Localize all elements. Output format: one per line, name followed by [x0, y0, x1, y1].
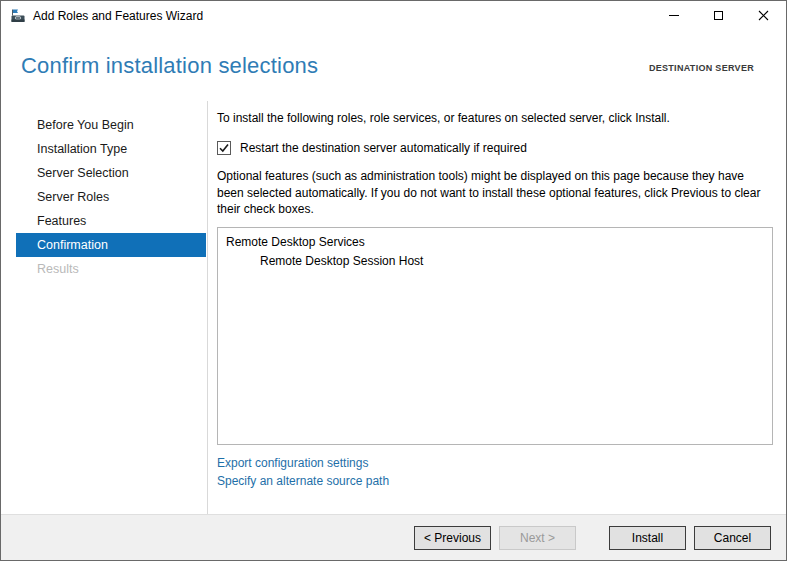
sidebar-item-confirmation[interactable]: Confirmation	[16, 233, 206, 257]
alternate-source-path-link[interactable]: Specify an alternate source path	[217, 472, 389, 490]
wizard-window: Add Roles and Features Wizard Confirm in…	[0, 0, 787, 561]
install-button[interactable]: Install	[609, 526, 686, 550]
wizard-body: Before You Begin Installation Type Serve…	[1, 101, 786, 514]
checkmark-icon	[218, 142, 230, 154]
footer-links: Export configuration settings Specify an…	[217, 454, 773, 490]
sidebar-item-before-you-begin[interactable]: Before You Begin	[16, 113, 206, 137]
previous-button[interactable]: < Previous	[414, 526, 491, 550]
wizard-button-bar: < Previous Next > Install Cancel	[1, 514, 786, 560]
page-title: Confirm installation selections	[21, 53, 318, 79]
selected-items-list[interactable]: Remote Desktop Services Remote Desktop S…	[217, 227, 773, 445]
sidebar-item-installation-type[interactable]: Installation Type	[16, 137, 206, 161]
sidebar-item-server-selection[interactable]: Server Selection	[16, 161, 206, 185]
minimize-button[interactable]	[651, 1, 696, 30]
close-icon	[758, 10, 769, 21]
intro-text: To install the following roles, role ser…	[217, 111, 773, 125]
export-configuration-link[interactable]: Export configuration settings	[217, 454, 368, 472]
destination-server-label: DESTINATION SERVER	[649, 63, 754, 73]
next-button: Next >	[499, 526, 576, 550]
list-item: Remote Desktop Services	[226, 233, 764, 252]
maximize-button[interactable]	[696, 1, 741, 30]
wizard-steps-sidebar: Before You Begin Installation Type Serve…	[1, 101, 208, 514]
restart-checkbox-row: Restart the destination server automatic…	[217, 141, 773, 155]
cancel-button[interactable]: Cancel	[694, 526, 771, 550]
close-button[interactable]	[741, 1, 786, 30]
list-item: Remote Desktop Session Host	[226, 252, 764, 271]
sidebar-item-features[interactable]: Features	[16, 209, 206, 233]
window-controls	[651, 1, 786, 31]
sidebar-item-server-roles[interactable]: Server Roles	[16, 185, 206, 209]
minimize-icon	[669, 15, 679, 16]
restart-checkbox-label[interactable]: Restart the destination server automatic…	[240, 141, 527, 155]
wizard-toolbox-icon	[10, 8, 26, 24]
title-bar: Add Roles and Features Wizard	[1, 1, 786, 31]
maximize-icon	[714, 11, 723, 20]
confirmation-page: To install the following roles, role ser…	[208, 101, 787, 514]
wizard-header: Confirm installation selections DESTINAT…	[1, 31, 786, 101]
restart-checkbox[interactable]	[217, 141, 231, 155]
optional-features-note: Optional features (such as administratio…	[217, 168, 773, 218]
window-title: Add Roles and Features Wizard	[33, 9, 651, 23]
sidebar-item-results: Results	[16, 257, 206, 281]
